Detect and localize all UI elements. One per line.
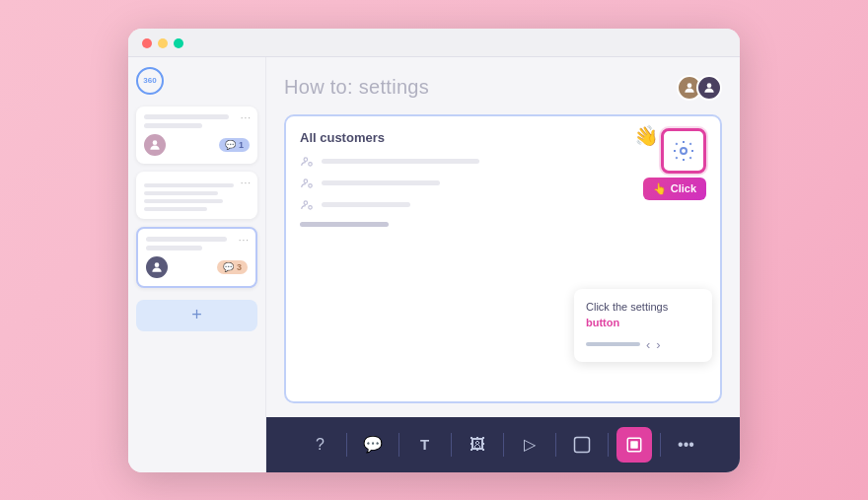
chat-icon: 💬	[363, 435, 383, 454]
card-bar-1a	[144, 114, 229, 119]
row-bar-2	[322, 180, 440, 185]
page-title: How to: settings	[284, 76, 429, 99]
main-header: How to: settings	[284, 75, 722, 101]
tooltip-bar-row: ‹ ›	[586, 337, 700, 352]
svg-point-2	[687, 83, 692, 88]
sidebar-card-3[interactable]: ··· 💬 3	[136, 227, 257, 288]
help-icon: ?	[316, 436, 325, 454]
add-card-button[interactable]: +	[136, 300, 257, 331]
layout-icon	[625, 436, 643, 454]
click-button[interactable]: 👆 Click	[643, 178, 706, 200]
embed-icon	[573, 436, 591, 454]
dot-yellow	[158, 38, 168, 48]
svg-point-4	[304, 157, 308, 161]
svg-point-7	[309, 183, 313, 187]
row-bar-1	[322, 159, 479, 164]
svg-rect-11	[574, 437, 589, 452]
image-button[interactable]: 🖼	[460, 427, 495, 463]
svg-point-6	[304, 179, 308, 182]
card-lines-2	[144, 183, 250, 211]
card-dots-3: ···	[239, 235, 250, 246]
comment-badge-1: 💬 1	[219, 138, 250, 152]
hand-cursor-icon: 👋	[632, 122, 661, 150]
play-icon: ▷	[524, 435, 536, 454]
avatar-3	[146, 256, 168, 278]
card-bar-1b	[144, 123, 202, 128]
avatar-header-2	[696, 75, 722, 101]
svg-point-10	[681, 148, 687, 154]
tooltip-text: Click the settings button	[586, 299, 700, 331]
tooltip-next[interactable]: ›	[656, 337, 660, 352]
svg-point-9	[309, 205, 313, 209]
row-bar-3	[322, 202, 410, 207]
card-dots-2: ···	[241, 178, 252, 188]
layout-button[interactable]	[616, 427, 652, 463]
tooltip-prev[interactable]: ‹	[646, 337, 650, 352]
help-button[interactable]: ?	[303, 427, 338, 463]
toolbar-divider-3	[451, 433, 452, 457]
card-bar-3a	[146, 237, 227, 242]
image-icon: 🖼	[470, 436, 485, 454]
toolbar-divider-4	[503, 433, 504, 457]
sidebar-card-2[interactable]: ···	[136, 172, 257, 219]
more-icon: •••	[678, 436, 694, 454]
row-icon-2	[300, 177, 314, 190]
toolbar-divider-6	[608, 433, 609, 457]
table-row-1	[300, 155, 706, 169]
click-label: Click	[671, 182, 696, 194]
settings-gear-button[interactable]	[661, 128, 706, 174]
row-icon-3	[300, 198, 314, 212]
browser-window: 360 ··· 💬 1 ···	[128, 29, 740, 472]
svg-point-8	[304, 200, 308, 204]
sidebar: 360 ··· 💬 1 ···	[128, 57, 266, 472]
table-row-3	[300, 198, 706, 212]
text-button[interactable]: T	[407, 427, 443, 463]
embed-button[interactable]	[564, 427, 600, 463]
avatar-1	[144, 134, 166, 156]
toolbar-divider-1	[346, 433, 347, 457]
browser-titlebar	[128, 29, 740, 57]
click-icon: 👆	[653, 182, 667, 195]
avatar-group	[677, 75, 722, 101]
svg-point-3	[707, 83, 712, 88]
demo-bottom-bar	[300, 222, 389, 227]
main-content: How to: settings 👋 All customers	[266, 57, 740, 472]
video-button[interactable]: ▷	[512, 427, 547, 463]
dot-red	[142, 38, 152, 48]
svg-rect-13	[630, 441, 638, 449]
more-button[interactable]: •••	[669, 427, 704, 463]
comment-badge-3: 💬 3	[217, 260, 248, 274]
card-bar-3b	[146, 246, 202, 250]
chat-button[interactable]: 💬	[355, 427, 391, 463]
svg-point-1	[155, 262, 160, 267]
card-dots-1: ···	[241, 112, 252, 123]
toolbar-divider-5	[555, 433, 556, 457]
toolbar-divider-7	[660, 433, 661, 457]
sidebar-card-1[interactable]: ··· 💬 1	[136, 107, 257, 164]
tooltip-progress-bar	[586, 342, 640, 346]
card-avatar-row-3: 💬 3	[146, 256, 248, 278]
svg-point-5	[309, 162, 313, 166]
toolbar-divider-2	[398, 433, 399, 457]
card-avatar-row-1: 💬 1	[144, 134, 250, 156]
demo-panel: 👋 All customers	[284, 114, 722, 403]
sidebar-logo: 360	[136, 67, 164, 95]
tooltip-nav[interactable]: ‹ ›	[646, 337, 661, 352]
text-icon: T	[420, 436, 429, 453]
gear-icon	[672, 139, 695, 163]
row-icon-1	[300, 155, 314, 169]
bottom-toolbar: ? 💬 T 🖼 ▷	[266, 417, 740, 472]
svg-point-0	[153, 140, 158, 145]
dot-green	[174, 38, 183, 48]
tooltip-box: Click the settings button ‹ ›	[574, 289, 712, 362]
browser-body: 360 ··· 💬 1 ···	[128, 57, 740, 472]
